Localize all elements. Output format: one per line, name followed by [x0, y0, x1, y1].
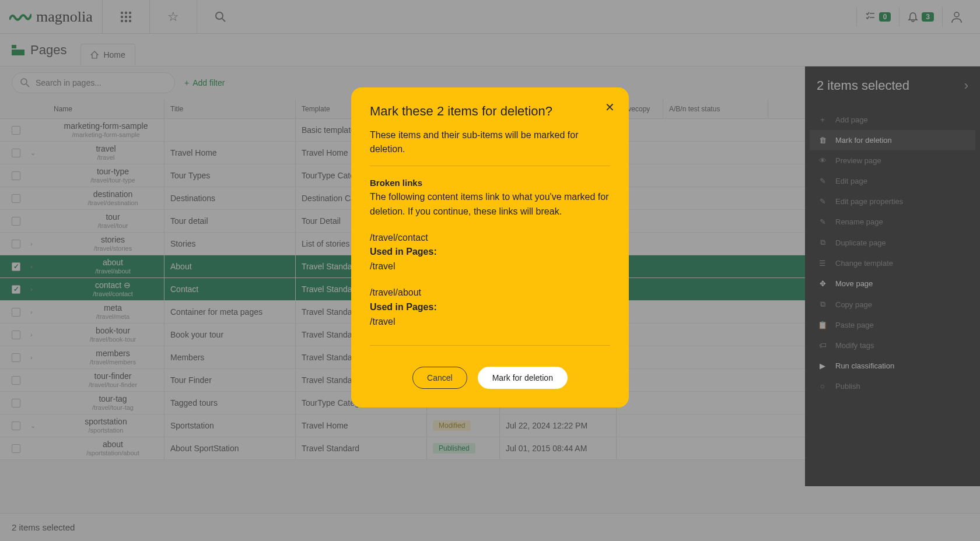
broken-links-text: The following content items link to what…: [370, 190, 610, 219]
cancel-button[interactable]: Cancel: [412, 367, 467, 389]
modal-overlay: ✕ Mark these 2 items for deletion? These…: [0, 0, 980, 541]
close-icon: ✕: [605, 101, 615, 114]
delete-confirm-modal: ✕ Mark these 2 items for deletion? These…: [351, 87, 629, 407]
link-path: /travel/contact: [370, 231, 610, 245]
close-button[interactable]: ✕: [605, 100, 615, 114]
broken-links-heading: Broken links: [370, 178, 610, 188]
modal-description: These items and their sub-items will be …: [370, 128, 610, 156]
used-in-path: /travel: [370, 259, 610, 274]
used-in-label: Used in Pages:: [370, 245, 610, 259]
link-path: /travel/about: [370, 286, 610, 300]
used-in-path: /travel: [370, 315, 610, 329]
divider: [370, 166, 610, 166]
used-in-label: Used in Pages:: [370, 300, 610, 315]
modal-title: Mark these 2 items for deletion?: [370, 104, 610, 119]
confirm-delete-button[interactable]: Mark for deletion: [478, 367, 568, 389]
divider: [370, 345, 610, 346]
